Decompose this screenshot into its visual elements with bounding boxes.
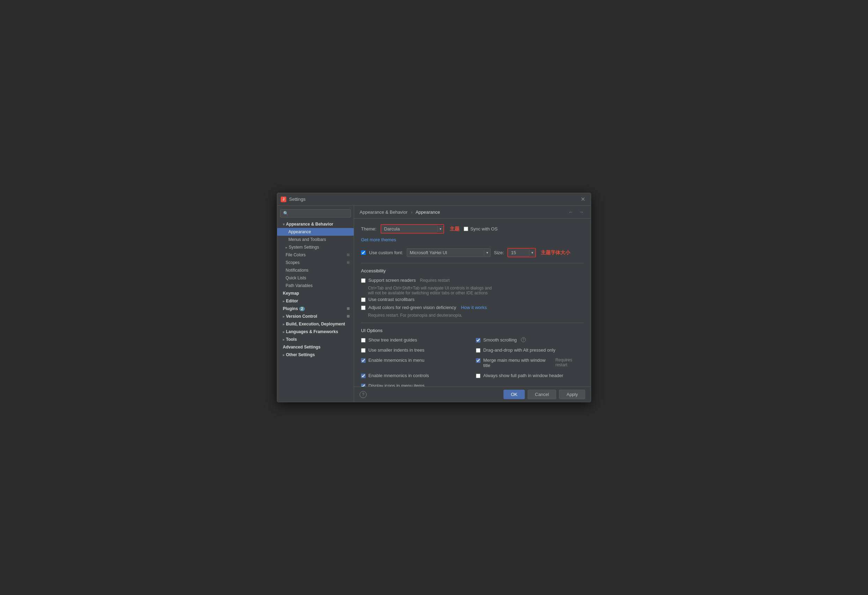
sidebar-item-notifications[interactable]: Notifications: [277, 266, 354, 274]
close-button[interactable]: ✕: [579, 195, 587, 203]
sidebar-item-system-settings[interactable]: ▸ System Settings: [277, 244, 354, 251]
dialog-title: Settings: [289, 196, 579, 202]
theme-annotation: 主题: [450, 226, 459, 232]
help-icon[interactable]: ?: [360, 391, 367, 398]
chevron-right-icon: ▸: [283, 299, 285, 303]
drag-drop-checkbox[interactable]: [476, 348, 480, 353]
theme-select[interactable]: Darcula: [381, 225, 437, 233]
forward-arrow[interactable]: →: [577, 208, 585, 216]
plugins-badge: 2: [299, 307, 305, 311]
color-deficiency-row: Adjust colors for red-green vision defic…: [361, 305, 584, 310]
page-icon: ⊞: [347, 314, 351, 319]
sidebar-item-file-colors[interactable]: File Colors ⊞: [277, 251, 354, 259]
size-label: Size:: [494, 250, 504, 255]
font-row: Use custom font: Microsoft YaHei UI ▾ Si…: [361, 248, 584, 257]
theme-label: Theme:: [361, 226, 376, 232]
sidebar-item-advanced-settings[interactable]: Advanced Settings: [277, 343, 354, 351]
display-icons-checkbox[interactable]: [361, 384, 366, 387]
enable-mnemonics-controls-checkbox[interactable]: [361, 374, 366, 378]
nav-arrows: ← →: [567, 208, 585, 216]
sidebar-item-editor[interactable]: ▸ Editor: [277, 297, 354, 305]
enable-mnemonics-menu-row: Enable mnemonics in menu: [361, 357, 469, 368]
sidebar-item-tools[interactable]: ▸ Tools: [277, 335, 354, 343]
use-custom-font-label: Use custom font:: [369, 250, 403, 255]
font-select[interactable]: Microsoft YaHei UI: [407, 249, 484, 257]
enable-mnemonics-menu-checkbox[interactable]: [361, 358, 366, 363]
sidebar-item-languages[interactable]: ▸ Languages & Frameworks: [277, 328, 354, 335]
screen-readers-checkbox[interactable]: [361, 278, 366, 283]
back-arrow[interactable]: ←: [567, 208, 575, 216]
color-deficiency-desc: Requires restart. For protanopia and deu…: [368, 313, 584, 318]
cancel-button[interactable]: Cancel: [528, 390, 556, 399]
show-tree-indent-row: Show tree indent guides: [361, 337, 469, 343]
divider-1: [361, 263, 584, 263]
chevron-right-icon: ▸: [283, 322, 285, 326]
main-content: ▾ Appearance & Behavior Appearance Menus…: [277, 206, 591, 402]
sidebar-item-scopes[interactable]: Scopes ⊞: [277, 259, 354, 266]
merge-main-menu-checkbox[interactable]: [476, 358, 480, 363]
sidebar-item-path-variables[interactable]: Path Variables: [277, 282, 354, 289]
smooth-scrolling-help-icon[interactable]: ?: [521, 337, 526, 342]
sidebar-item-build-exec[interactable]: ▸ Build, Execution, Deployment: [277, 320, 354, 328]
enable-mnemonics-controls-row: Enable mnemonics in controls: [361, 373, 469, 378]
chevron-right-icon: ▸: [283, 338, 285, 341]
theme-row: Theme: Darcula ▾ 主题 Sync with OS: [361, 224, 584, 233]
smaller-indents-checkbox[interactable]: [361, 348, 366, 353]
sidebar: ▾ Appearance & Behavior Appearance Menus…: [277, 206, 354, 402]
search-input[interactable]: [280, 209, 351, 217]
divider-2: [361, 323, 584, 323]
smooth-scrolling-checkbox[interactable]: [476, 338, 480, 343]
chevron-right-icon: ▸: [283, 314, 285, 319]
page-icon: ⊞: [347, 307, 351, 311]
ui-options-grid: Show tree indent guides Smooth scrolling…: [361, 337, 584, 387]
use-custom-font-checkbox[interactable]: [361, 250, 366, 255]
size-select[interactable]: 15: [508, 249, 529, 257]
sidebar-item-keymap[interactable]: Keymap: [277, 289, 354, 297]
always-full-path-checkbox[interactable]: [476, 374, 480, 378]
theme-select-wrapper: Darcula ▾: [381, 224, 444, 233]
font-annotation: 主题字体大小: [541, 250, 570, 256]
font-select-wrapper: Microsoft YaHei UI ▾: [407, 248, 490, 257]
how-it-works-link[interactable]: How it works: [461, 305, 487, 310]
content-area: Theme: Darcula ▾ 主题 Sync with OS Get mor…: [354, 219, 591, 387]
get-more-themes-link[interactable]: Get more themes: [361, 237, 584, 242]
top-nav: Appearance & Behavior › Appearance ← →: [354, 206, 591, 219]
theme-dropdown-arrow[interactable]: ▾: [437, 226, 443, 232]
sidebar-item-plugins[interactable]: Plugins 2 ⊞: [277, 305, 354, 313]
chevron-right-icon: ▸: [286, 245, 287, 249]
sidebar-item-menus-toolbars[interactable]: Menus and Toolbars: [277, 236, 354, 244]
sync-with-os-checkbox[interactable]: [464, 227, 468, 231]
sidebar-item-appearance-behavior[interactable]: ▾ Appearance & Behavior: [277, 220, 354, 228]
screen-readers-label: Support screen readers: [368, 278, 416, 283]
contrast-scrollbars-row: Use contrast scrollbars: [361, 297, 584, 302]
sidebar-item-version-control[interactable]: ▸ Version Control ⊞: [277, 313, 354, 320]
smaller-indents-row: Use smaller indents in trees: [361, 347, 469, 353]
app-icon: J: [281, 196, 286, 202]
smooth-scrolling-row: Smooth scrolling ?: [476, 337, 584, 343]
settings-dialog: J Settings ✕ ▾ Appearance & Behavior App…: [277, 193, 591, 402]
right-panel: Appearance & Behavior › Appearance ← → T…: [354, 206, 591, 402]
contrast-scrollbars-checkbox[interactable]: [361, 297, 366, 302]
page-icon: ⊞: [347, 253, 351, 257]
apply-button[interactable]: Apply: [559, 390, 585, 399]
chevron-right-icon: ▸: [283, 353, 285, 357]
screen-readers-note: Requires restart: [420, 278, 449, 283]
bottom-bar: ? OK Cancel Apply: [354, 387, 591, 402]
ui-options-title: UI Options: [361, 328, 584, 333]
font-dropdown-arrow[interactable]: ▾: [484, 249, 490, 256]
always-full-path-row: Always show full path in window header: [476, 373, 584, 378]
merge-main-menu-row: Merge main menu with window title Requir…: [476, 357, 584, 368]
color-deficiency-checkbox[interactable]: [361, 306, 366, 310]
display-icons-row: Display icons in menu items: [361, 383, 469, 387]
chevron-down-icon: ▾: [283, 223, 285, 226]
ok-button[interactable]: OK: [503, 390, 525, 399]
sidebar-item-appearance[interactable]: Appearance: [277, 228, 354, 236]
screen-readers-desc: Ctrl+Tab and Ctrl+Shift+Tab will navigat…: [368, 286, 584, 295]
accessibility-title: Accessibility: [361, 268, 584, 273]
contrast-scrollbars-label: Use contrast scrollbars: [368, 297, 415, 302]
show-tree-indent-checkbox[interactable]: [361, 338, 366, 343]
size-dropdown-arrow[interactable]: ▾: [529, 249, 535, 256]
sidebar-item-quick-lists[interactable]: Quick Lists: [277, 274, 354, 282]
sidebar-item-other-settings[interactable]: ▸ Other Settings: [277, 351, 354, 359]
breadcrumb: Appearance & Behavior › Appearance: [360, 210, 567, 215]
